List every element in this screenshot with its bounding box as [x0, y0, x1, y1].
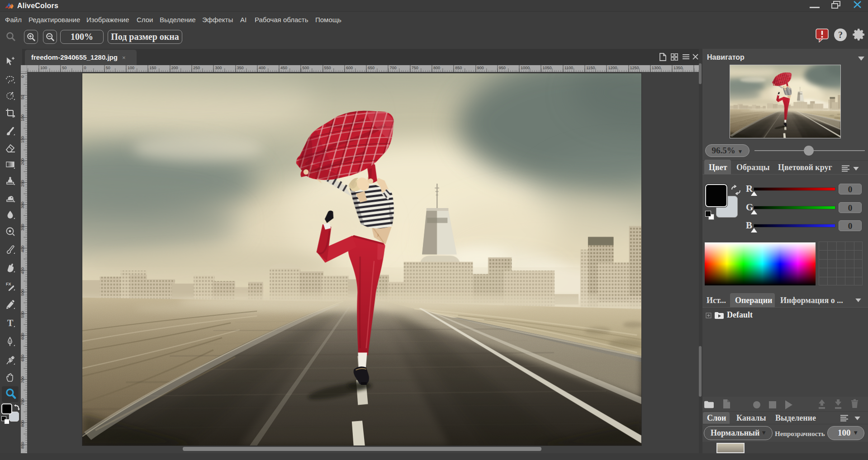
svg-text:?: ? [838, 30, 843, 40]
svg-text:T: T [7, 318, 14, 328]
svg-text:FX: FX [6, 282, 11, 286]
